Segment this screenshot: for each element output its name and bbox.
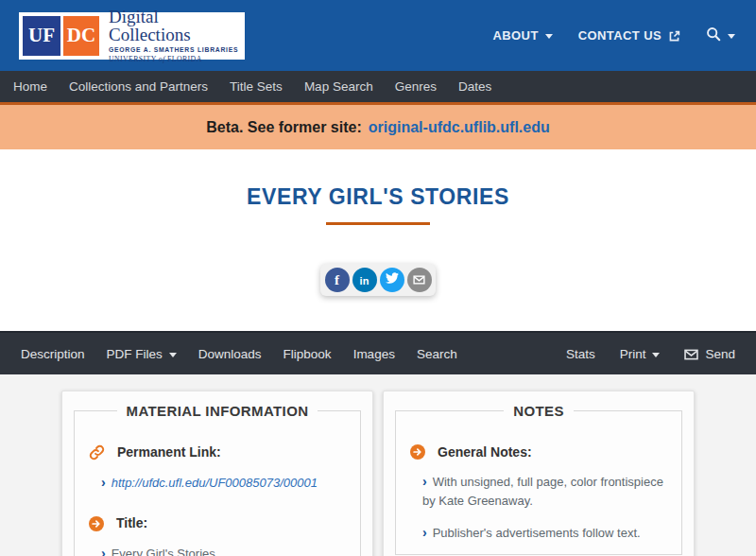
toolbar-left-group: DescriptionPDF FilesDownloadsFlipbookIma… (21, 347, 457, 361)
toolbar-search-button[interactable]: Search (417, 347, 457, 361)
beta-banner: Beta. See former site: original-ufdc.ufl… (0, 102, 756, 149)
toolbar-item-label: Images (353, 347, 395, 361)
toolbar-item-label: Description (21, 347, 85, 361)
arrow-circle-icon (410, 443, 425, 460)
nav-item-map-search[interactable]: Map Search (304, 79, 373, 94)
share-facebook-button[interactable]: f (325, 268, 350, 292)
item-content: MATERIAL INFORMATION Permanent Link:›htt… (0, 374, 756, 556)
email-icon (413, 271, 425, 288)
linkedin-icon: in (359, 271, 369, 288)
field-label-title: Title: (89, 515, 346, 531)
toolbar-stats-button[interactable]: Stats (566, 347, 595, 361)
left-column: MATERIAL INFORMATION Permanent Link:›htt… (61, 391, 373, 556)
nav-item-genres[interactable]: Genres (395, 79, 437, 94)
field-value-text: Every Girl's Stories (112, 547, 215, 556)
envelope-icon (684, 347, 698, 361)
field-label-general-notes: General Notes: (410, 443, 667, 460)
title-section: EVERY GIRL'S STORIES fin DescriptionPDF … (0, 149, 756, 374)
permanent-link[interactable]: http://ufdc.ufl.edu/UF00085073/00001 (112, 476, 318, 490)
site-header: UF DC Digital Collections GEORGE A. SMAT… (0, 0, 756, 71)
toolbar-item-label: Downloads (198, 347, 262, 361)
toolbar-item-label: Search (417, 347, 457, 361)
field-value-text: Publisher's advertisements follow text. (433, 526, 641, 540)
ufdc-logo[interactable]: UF DC Digital Collections GEORGE A. SMAT… (19, 12, 245, 60)
field-label-text: Permanent Link: (117, 444, 221, 460)
link-icon (89, 443, 105, 460)
search-icon (706, 26, 721, 44)
material-information-card: MATERIAL INFORMATION Permanent Link:›htt… (61, 391, 373, 556)
share-toolbar: fin (320, 264, 436, 296)
chevron-right-icon: › (101, 475, 106, 490)
toolbar-item-label: Stats (566, 347, 595, 361)
toolbar-item-label: Flipbook (284, 347, 332, 361)
field-value-text: With unsigned, full page, color frontisp… (422, 475, 663, 508)
toolbar-item-label: Send (705, 347, 735, 361)
chevron-down-icon (728, 34, 735, 39)
field-label-permanent-link: Permanent Link: (89, 443, 346, 460)
search-button[interactable] (706, 26, 735, 44)
nav-item-collections-and-partners[interactable]: Collections and Partners (69, 79, 208, 94)
facebook-icon: f (335, 271, 339, 288)
toolbar-print-button[interactable]: Print (620, 347, 661, 361)
field-value: ›Publisher's advertisements follow text. (422, 523, 667, 543)
toolbar-item-label: Print (620, 347, 646, 361)
chevron-right-icon: › (422, 525, 427, 540)
beta-banner-text: Beta. See former site: (206, 119, 362, 136)
toolbar-images-button[interactable]: Images (353, 347, 395, 361)
about-menu-item[interactable]: ABOUT (493, 28, 553, 43)
uf-logo-block: UF (23, 16, 60, 56)
notes-title: NOTES (504, 403, 574, 419)
arrow-circle-icon (89, 515, 104, 531)
header-menu: ABOUTCONTACT US (493, 26, 735, 44)
share-twitter-button[interactable] (380, 268, 404, 292)
contact-us-menu-item[interactable]: CONTACT US (578, 28, 680, 43)
former-site-link[interactable]: original-ufdc.uflib.ufl.edu (369, 119, 550, 136)
chevron-down-icon (169, 353, 177, 357)
notes-panel: NOTES General Notes:›With unsigned, full… (395, 403, 682, 555)
item-toolbar: DescriptionPDF FilesDownloadsFlipbookIma… (0, 331, 756, 374)
nav-item-dates[interactable]: Dates (458, 79, 491, 94)
twitter-icon (386, 271, 399, 288)
field-label-text: Title: (116, 515, 147, 530)
external-link-icon (668, 28, 680, 43)
main-nav: HomeCollections and PartnersTitle SetsMa… (0, 71, 756, 102)
toolbar-item-label: PDF Files (107, 347, 163, 361)
title-underline (326, 222, 430, 225)
notes-card: NOTES General Notes:›With unsigned, full… (383, 391, 695, 556)
menu-item-label: CONTACT US (578, 28, 662, 43)
logo-title: Digital Collections (109, 8, 241, 43)
dc-logo-block: DC (63, 16, 99, 56)
page-title: EVERY GIRL'S STORIES (0, 149, 756, 210)
menu-item-label: ABOUT (493, 28, 539, 43)
logo-text: Digital Collections GEORGE A. SMATHERS L… (109, 8, 241, 63)
nav-item-home[interactable]: Home (13, 79, 47, 94)
field-value: ›With unsigned, full page, color frontis… (422, 472, 667, 511)
nav-item-title-sets[interactable]: Title Sets (230, 79, 283, 94)
chevron-down-icon (545, 34, 553, 39)
material-information-title: MATERIAL INFORMATION (117, 403, 318, 419)
chevron-right-icon: › (422, 474, 427, 489)
toolbar-send-button[interactable]: Send (684, 347, 735, 361)
toolbar-pdf-files-button[interactable]: PDF Files (107, 347, 177, 361)
toolbar-downloads-button[interactable]: Downloads (198, 347, 262, 361)
logo-subtitle-libraries: GEORGE A. SMATHERS LIBRARIES (109, 46, 241, 53)
share-linkedin-button[interactable]: in (352, 268, 377, 292)
field-value: ›Every Girl's Stories (101, 544, 346, 556)
material-information-panel: MATERIAL INFORMATION Permanent Link:›htt… (74, 403, 361, 556)
logo-subtitle-university: UNIVERSITY of FLORIDA (109, 55, 241, 63)
toolbar-flipbook-button[interactable]: Flipbook (284, 347, 332, 361)
chevron-down-icon (652, 353, 660, 357)
field-value: ›http://ufdc.ufl.edu/UF00085073/00001 (101, 473, 346, 493)
right-column: NOTES General Notes:›With unsigned, full… (383, 391, 695, 556)
chevron-right-icon: › (101, 546, 106, 556)
field-label-text: General Notes: (438, 444, 532, 460)
toolbar-description-button[interactable]: Description (21, 347, 85, 361)
share-email-button[interactable] (407, 268, 432, 292)
toolbar-right-group: StatsPrintSend (566, 347, 735, 361)
